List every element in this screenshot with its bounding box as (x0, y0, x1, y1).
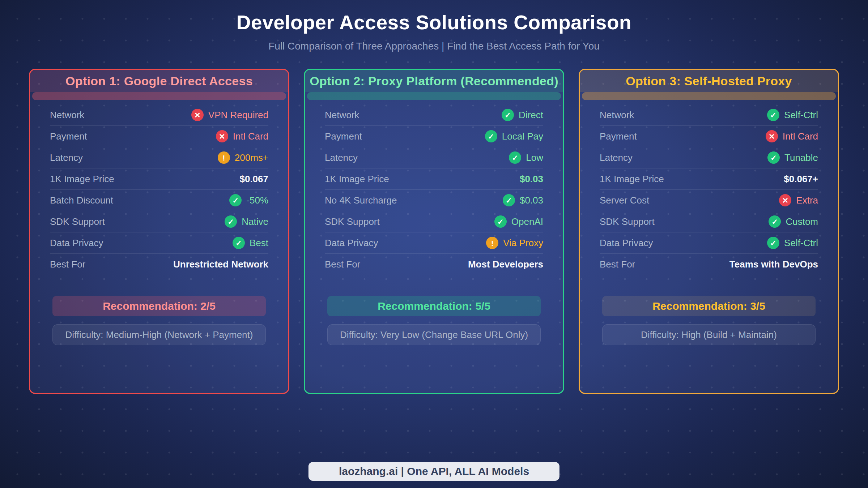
card-header: Option 3: Self-Hosted Proxy (580, 70, 838, 92)
option-card: Option 2: Proxy Platform (Recommended) N… (304, 69, 564, 394)
feature-value: $0.067+ (784, 174, 818, 185)
feature-label: 1K Image Price (600, 174, 664, 185)
feature-label: Best For (600, 259, 635, 270)
difficulty-badge: Difficulty: Very Low (Change Base URL On… (327, 324, 541, 345)
check-icon: ✓ (225, 215, 237, 228)
footer-brand-badge: laozhang.ai | One API, ALL AI Models (309, 462, 559, 481)
warning-icon: ! (218, 151, 230, 164)
feature-label: Data Privacy (600, 237, 653, 249)
feature-value: ✓ $0.03 (503, 194, 543, 206)
feature-value-text: Direct (519, 110, 543, 121)
feature-value-text: $0.067 (239, 174, 268, 185)
feature-row: Server Cost ✕ Extra (600, 190, 818, 211)
page-subtitle: Full Comparison of Three Approaches | Fi… (0, 40, 868, 52)
check-icon: ✓ (509, 151, 521, 164)
feature-label: Server Cost (600, 195, 649, 206)
footer-brand-text: laozhang.ai | One API, ALL AI Models (339, 465, 529, 478)
feature-value-text: Best (250, 237, 268, 249)
feature-value-text: $0.067+ (784, 174, 818, 185)
feature-value: ✓ OpenAI (494, 215, 543, 228)
feature-value-text: OpenAI (511, 216, 543, 227)
feature-label: Payment (600, 131, 637, 142)
feature-row: SDK Support ✓ OpenAI (325, 211, 543, 232)
feature-row: Data Privacy ✓ Self-Ctrl (600, 232, 818, 254)
feature-value: ✕ Extra (779, 194, 818, 206)
feature-value-text: Tunable (784, 152, 818, 163)
feature-value: ✕ Intl Card (216, 130, 268, 142)
feature-value: ✓ Custom (769, 215, 818, 228)
feature-row: Best For Unrestricted Network (50, 254, 268, 275)
feature-value: Teams with DevOps (729, 259, 818, 270)
option-card: Option 1: Google Direct Access Network ✕… (29, 69, 289, 394)
feature-row: SDK Support ✓ Native (50, 211, 268, 232)
difficulty-badge: Difficulty: High (Build + Maintain) (602, 324, 816, 345)
feature-value-text: Self-Ctrl (784, 110, 818, 121)
check-icon: ✓ (767, 237, 779, 249)
feature-value: ✓ Native (225, 215, 268, 228)
feature-label: Network (50, 110, 84, 121)
feature-label: Network (325, 110, 359, 121)
feature-row: Data Privacy ✓ Best (50, 232, 268, 254)
feature-label: Payment (50, 131, 87, 142)
feature-label: Latency (325, 152, 358, 163)
feature-value: ! Via Proxy (486, 237, 543, 249)
feature-row: Data Privacy ! Via Proxy (325, 232, 543, 254)
feature-value: ✓ Best (233, 237, 268, 249)
card-feature-rows: Network ✓ Direct Payment ✓ Local Pay Lat… (305, 100, 563, 275)
card-feature-rows: Network ✕ VPN Required Payment ✕ Intl Ca… (30, 100, 288, 275)
feature-row: Batch Discount ✓ -50% (50, 190, 268, 211)
feature-value: ✕ Intl Card (766, 130, 818, 142)
feature-value-text: 200ms+ (235, 152, 268, 163)
card-header-strip (582, 92, 836, 100)
feature-value-text: Native (242, 216, 268, 227)
feature-value: ! 200ms+ (218, 151, 268, 164)
feature-value: ✓ Self-Ctrl (767, 237, 818, 249)
feature-value: ✓ Direct (502, 109, 543, 121)
page: Developer Access Solutions Comparison Fu… (0, 0, 868, 488)
feature-value-text: Via Proxy (503, 237, 543, 249)
feature-row: 1K Image Price $0.067 (50, 168, 268, 190)
feature-row: Network ✕ VPN Required (50, 104, 268, 126)
page-title: Developer Access Solutions Comparison (0, 11, 868, 34)
feature-row: Network ✓ Direct (325, 104, 543, 126)
feature-row: 1K Image Price $0.067+ (600, 168, 818, 190)
feature-value: ✓ -50% (229, 194, 268, 206)
card-header-strip (32, 92, 286, 100)
feature-value-text: Local Pay (502, 131, 543, 142)
cross-icon: ✕ (216, 130, 228, 142)
feature-row: No 4K Surcharge ✓ $0.03 (325, 190, 543, 211)
feature-value-text: Extra (796, 195, 818, 206)
feature-label: 1K Image Price (325, 174, 389, 185)
feature-row: Latency ✓ Low (325, 147, 543, 168)
card-title: Option 2: Proxy Platform (Recommended) (310, 74, 558, 88)
cards-container: Option 1: Google Direct Access Network ✕… (29, 69, 839, 394)
feature-label: Payment (325, 131, 362, 142)
check-icon: ✓ (769, 215, 781, 228)
feature-row: SDK Support ✓ Custom (600, 211, 818, 232)
feature-label: Network (600, 110, 634, 121)
feature-label: Best For (50, 259, 85, 270)
feature-row: Best For Teams with DevOps (600, 254, 818, 275)
recommendation-badge: Recommendation: 5/5 (327, 296, 541, 316)
feature-value-text: Custom (786, 216, 818, 227)
feature-value-text: Self-Ctrl (784, 237, 818, 249)
card-feature-rows: Network ✓ Self-Ctrl Payment ✕ Intl Card … (580, 100, 838, 275)
feature-row: Payment ✕ Intl Card (600, 126, 818, 147)
card-header: Option 1: Google Direct Access (30, 70, 288, 92)
feature-row: 1K Image Price $0.03 (325, 168, 543, 190)
feature-value-text: Unrestricted Network (173, 259, 268, 270)
feature-value-text: $0.03 (520, 174, 543, 185)
feature-value: ✕ VPN Required (191, 109, 268, 121)
check-icon: ✓ (767, 151, 780, 164)
check-icon: ✓ (503, 194, 515, 206)
feature-label: Latency (600, 152, 633, 163)
card-header-strip (307, 92, 561, 100)
feature-label: SDK Support (600, 216, 655, 227)
feature-label: Batch Discount (50, 195, 113, 206)
option-card: Option 3: Self-Hosted Proxy Network ✓ Se… (579, 69, 839, 394)
difficulty-badge: Difficulty: Medium-High (Network + Payme… (52, 324, 266, 345)
check-icon: ✓ (229, 194, 242, 206)
card-title: Option 3: Self-Hosted Proxy (626, 74, 792, 88)
feature-value-text: VPN Required (208, 110, 268, 121)
feature-label: Best For (325, 259, 360, 270)
